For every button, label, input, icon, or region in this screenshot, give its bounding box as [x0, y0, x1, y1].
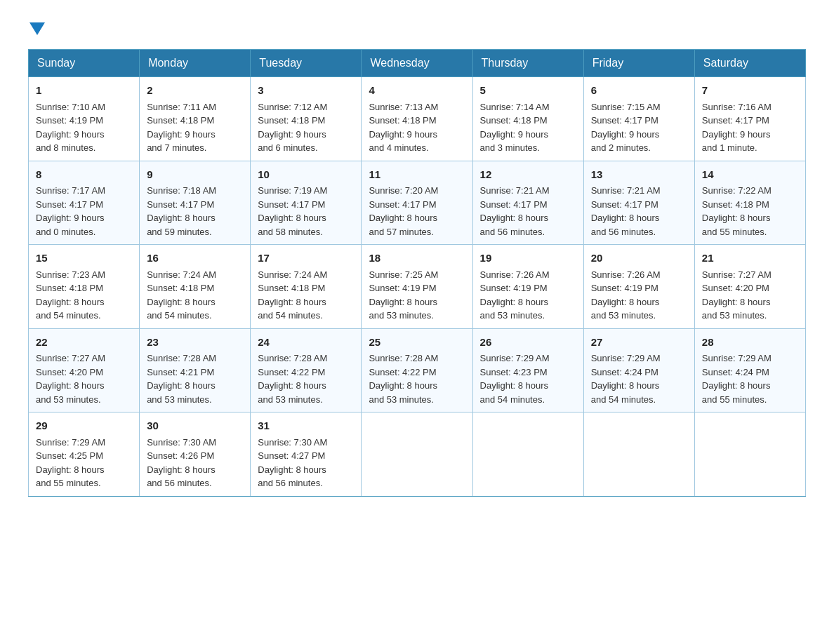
day-info-line-2: Daylight: 9 hours	[147, 128, 243, 142]
day-info-line-0: Sunrise: 7:18 AM	[147, 184, 243, 198]
day-info-line-2: Daylight: 8 hours	[147, 295, 243, 309]
svg-marker-0	[29, 22, 45, 35]
day-info-line-3: and 53 minutes.	[591, 309, 687, 323]
week-row-4: 22Sunrise: 7:27 AMSunset: 4:20 PMDayligh…	[29, 328, 806, 412]
day-info-line-1: Sunset: 4:17 PM	[36, 198, 132, 212]
day-info-line-2: Daylight: 8 hours	[702, 211, 798, 225]
day-info-line-3: and 3 minutes.	[480, 141, 576, 155]
day-info-line-1: Sunset: 4:18 PM	[369, 114, 465, 128]
calendar-cell-14: 14Sunrise: 7:22 AMSunset: 4:18 PMDayligh…	[694, 161, 805, 245]
day-info-line-3: and 53 minutes.	[258, 393, 354, 407]
day-info-line-2: Daylight: 8 hours	[480, 379, 576, 393]
calendar-cell-19: 19Sunrise: 7:26 AMSunset: 4:19 PMDayligh…	[472, 245, 583, 329]
calendar-header-row: SundayMondayTuesdayWednesdayThursdayFrid…	[29, 50, 806, 77]
day-info-line-1: Sunset: 4:23 PM	[480, 365, 576, 380]
calendar-cell-9: 9Sunrise: 7:18 AMSunset: 4:17 PMDaylight…	[140, 161, 251, 245]
day-info-line-1: Sunset: 4:22 PM	[369, 365, 465, 380]
logo	[28, 21, 45, 32]
day-info-line-1: Sunset: 4:17 PM	[702, 114, 798, 128]
day-number: 7	[702, 83, 798, 99]
header-thursday: Thursday	[472, 50, 583, 77]
day-info-line-1: Sunset: 4:21 PM	[147, 365, 243, 380]
calendar-cell-26: 26Sunrise: 7:29 AMSunset: 4:23 PMDayligh…	[472, 328, 583, 412]
calendar-cell-empty	[694, 412, 805, 497]
day-info-line-2: Daylight: 8 hours	[36, 463, 132, 477]
day-info-line-3: and 55 minutes.	[702, 393, 798, 407]
day-number: 18	[369, 250, 465, 267]
day-info-line-0: Sunrise: 7:10 AM	[36, 100, 132, 114]
day-info-line-3: and 4 minutes.	[369, 141, 465, 155]
day-number: 9	[147, 167, 243, 183]
day-info-line-3: and 55 minutes.	[36, 476, 132, 490]
calendar-cell-8: 8Sunrise: 7:17 AMSunset: 4:17 PMDaylight…	[29, 161, 140, 245]
calendar-cell-13: 13Sunrise: 7:21 AMSunset: 4:17 PMDayligh…	[583, 161, 694, 245]
day-number: 31	[258, 418, 354, 434]
day-info-line-3: and 59 minutes.	[147, 225, 243, 239]
day-info-line-0: Sunrise: 7:29 AM	[591, 351, 687, 365]
day-number: 14	[702, 167, 798, 183]
calendar-cell-12: 12Sunrise: 7:21 AMSunset: 4:17 PMDayligh…	[472, 161, 583, 245]
day-info-line-0: Sunrise: 7:30 AM	[147, 436, 243, 450]
calendar-cell-empty	[362, 412, 472, 497]
calendar-cell-16: 16Sunrise: 7:24 AMSunset: 4:18 PMDayligh…	[140, 245, 251, 329]
header-wednesday: Wednesday	[362, 50, 472, 77]
day-info-line-0: Sunrise: 7:22 AM	[702, 184, 798, 198]
page-header	[28, 21, 806, 32]
day-info-line-3: and 54 minutes.	[147, 309, 243, 323]
day-info-line-3: and 57 minutes.	[369, 225, 465, 239]
day-info-line-0: Sunrise: 7:26 AM	[591, 268, 687, 282]
day-info-line-1: Sunset: 4:17 PM	[147, 198, 243, 212]
day-info-line-2: Daylight: 8 hours	[369, 211, 465, 225]
day-number: 21	[702, 250, 798, 267]
day-number: 4	[369, 83, 465, 99]
day-info-line-0: Sunrise: 7:14 AM	[480, 100, 576, 114]
day-info-line-2: Daylight: 9 hours	[591, 128, 687, 142]
day-info-line-1: Sunset: 4:19 PM	[591, 281, 687, 295]
day-info-line-3: and 0 minutes.	[36, 225, 132, 239]
header-saturday: Saturday	[694, 50, 805, 77]
day-info-line-1: Sunset: 4:26 PM	[147, 449, 243, 463]
day-info-line-2: Daylight: 8 hours	[36, 295, 132, 309]
day-info-line-2: Daylight: 9 hours	[36, 128, 132, 142]
day-info-line-3: and 8 minutes.	[36, 141, 132, 155]
day-info-line-2: Daylight: 8 hours	[36, 379, 132, 393]
calendar-cell-31: 31Sunrise: 7:30 AMSunset: 4:27 PMDayligh…	[251, 412, 362, 497]
week-row-5: 29Sunrise: 7:29 AMSunset: 4:25 PMDayligh…	[29, 412, 806, 497]
day-info-line-3: and 1 minute.	[702, 141, 798, 155]
day-number: 13	[591, 167, 687, 183]
day-info-line-2: Daylight: 8 hours	[147, 211, 243, 225]
day-info-line-3: and 56 minutes.	[258, 476, 354, 490]
day-info-line-0: Sunrise: 7:30 AM	[258, 436, 354, 450]
day-info-line-1: Sunset: 4:17 PM	[258, 198, 354, 212]
day-info-line-0: Sunrise: 7:21 AM	[480, 184, 576, 198]
day-info-line-0: Sunrise: 7:25 AM	[369, 268, 465, 282]
day-info-line-2: Daylight: 8 hours	[591, 211, 687, 225]
day-info-line-0: Sunrise: 7:27 AM	[36, 351, 132, 365]
day-info-line-2: Daylight: 8 hours	[591, 295, 687, 309]
day-info-line-2: Daylight: 9 hours	[369, 128, 465, 142]
day-number: 23	[147, 335, 243, 351]
day-info-line-2: Daylight: 8 hours	[702, 379, 798, 393]
day-number: 10	[258, 167, 354, 183]
day-info-line-0: Sunrise: 7:29 AM	[36, 436, 132, 450]
header-monday: Monday	[140, 50, 251, 77]
day-info-line-0: Sunrise: 7:24 AM	[258, 268, 354, 282]
day-info-line-1: Sunset: 4:17 PM	[480, 198, 576, 212]
header-tuesday: Tuesday	[251, 50, 362, 77]
day-info-line-2: Daylight: 8 hours	[147, 379, 243, 393]
calendar-cell-empty	[472, 412, 583, 497]
day-info-line-3: and 56 minutes.	[591, 225, 687, 239]
header-sunday: Sunday	[29, 50, 140, 77]
day-info-line-2: Daylight: 8 hours	[258, 295, 354, 309]
day-info-line-3: and 58 minutes.	[258, 225, 354, 239]
calendar-cell-empty	[583, 412, 694, 497]
day-info-line-3: and 53 minutes.	[369, 393, 465, 407]
day-info-line-0: Sunrise: 7:15 AM	[591, 100, 687, 114]
calendar-cell-1: 1Sunrise: 7:10 AMSunset: 4:19 PMDaylight…	[29, 77, 140, 161]
day-info-line-3: and 53 minutes.	[702, 309, 798, 323]
day-number: 30	[147, 418, 243, 434]
day-info-line-1: Sunset: 4:27 PM	[258, 449, 354, 463]
day-info-line-1: Sunset: 4:22 PM	[258, 365, 354, 380]
logo-triangle-icon	[29, 22, 45, 35]
day-info-line-3: and 6 minutes.	[258, 141, 354, 155]
